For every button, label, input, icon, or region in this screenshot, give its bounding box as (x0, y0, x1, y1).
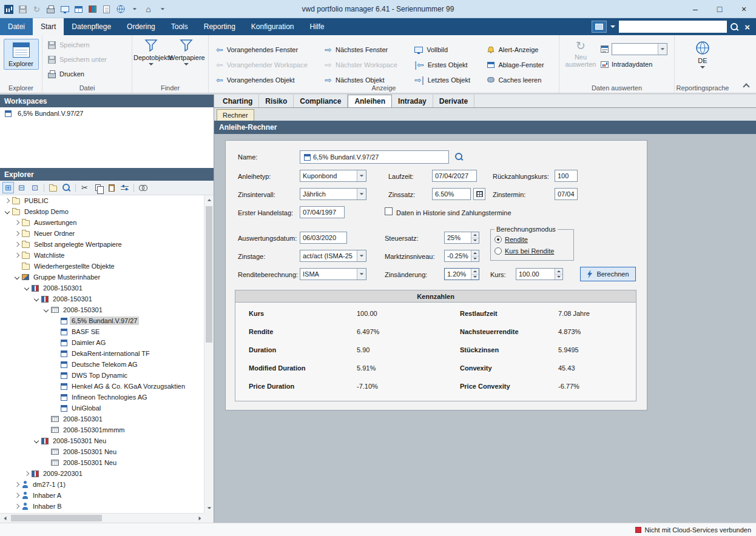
tab-ordering[interactable]: Ordering (119, 18, 163, 35)
depotobjekte-button[interactable]: Depotobjekte (133, 38, 169, 65)
chevron-down-icon[interactable] (4, 210, 11, 213)
anleihetyp-select[interactable]: Kuponbond (300, 170, 366, 182)
minimize-button[interactable]: – (683, 0, 707, 18)
tree-item[interactable]: Watchliste (0, 250, 204, 261)
tree-item[interactable]: 2008-150301 (0, 414, 204, 424)
tree-item[interactable]: Gruppe Musterinhaber (0, 272, 204, 283)
spin-up-icon[interactable] (471, 250, 479, 256)
tree-item[interactable]: 2008-150301 Neu (0, 457, 204, 468)
spin-down-icon[interactable] (555, 274, 562, 280)
tree-item[interactable]: PUBLIC (0, 195, 204, 206)
screen-search-icon[interactable] (592, 21, 607, 33)
search-input[interactable] (619, 21, 727, 33)
close-icon[interactable]: × (742, 22, 752, 32)
close-button[interactable]: × (732, 0, 756, 18)
workspace-item[interactable]: 6,5% Bundanl.V.97/27 (0, 107, 214, 119)
erster-handelstag-input[interactable]: 07/04/1997 (300, 206, 345, 218)
flat-view-icon[interactable]: ⊟ (16, 182, 27, 193)
steuersatz-stepper[interactable]: 25% (444, 232, 479, 244)
cut-icon[interactable]: ✂ (79, 182, 90, 193)
tab-tools[interactable]: Tools (163, 18, 196, 35)
tree-item[interactable]: dm27-1 (1) (0, 479, 204, 490)
tree-item[interactable]: 2008-150301 (0, 304, 204, 315)
chevron-right-icon[interactable] (13, 221, 21, 224)
spin-down-icon[interactable] (471, 238, 479, 244)
spin-up-icon[interactable] (471, 269, 479, 274)
paste-icon[interactable] (106, 182, 117, 193)
tree-item[interactable]: Inhaber B (0, 501, 204, 512)
intradaydaten-button[interactable]: Intradaydaten (601, 61, 667, 68)
tree-item[interactable]: Auswertungen (0, 217, 204, 228)
spin-up-icon[interactable] (555, 269, 562, 274)
renditeberechnung-select[interactable]: ISMA (300, 268, 366, 280)
tree-item[interactable]: DWS Top Dynamic (0, 370, 204, 381)
spin-down-icon[interactable] (471, 256, 479, 262)
tab-risiko[interactable]: Risiko (259, 95, 294, 107)
rueckzahlungskurs-input[interactable]: 100 (555, 170, 578, 182)
tree-horizontal-scrollbar[interactable] (0, 513, 204, 523)
tree-vertical-scrollbar[interactable] (204, 195, 214, 513)
vollbild-button[interactable]: Vollbild (414, 42, 478, 57)
tab-start[interactable]: Start (33, 18, 64, 35)
scrollbar-thumb[interactable] (206, 206, 212, 343)
zinsaenderung-stepper[interactable]: 1.20% (444, 268, 479, 280)
spin-up-icon[interactable] (471, 232, 479, 238)
tree-item[interactable]: 2008-150301mmmm (0, 424, 204, 435)
chevron-down-icon[interactable] (33, 439, 40, 443)
tab-intraday[interactable]: Intraday (392, 95, 433, 107)
tab-derivate[interactable]: Derivate (433, 95, 474, 107)
tree-item[interactable]: Desktop Demo (0, 206, 204, 217)
scroll-right-icon[interactable] (195, 514, 204, 523)
tab-datenpflege[interactable]: Datenpflege (64, 18, 119, 35)
maximize-button[interactable]: □ (707, 0, 732, 18)
tree-item[interactable]: BASF SE (0, 326, 204, 337)
historie-checkbox[interactable] (385, 207, 393, 215)
chevron-right-icon[interactable] (13, 232, 21, 235)
zinstermin-input[interactable]: 07/04 (555, 188, 578, 200)
name-input[interactable]: 6,5% Bundanl.V.97/27 (300, 150, 449, 164)
chevron-down-icon[interactable] (42, 308, 50, 312)
tree-item[interactable]: Selbst angelegte Wertpapiere (0, 239, 204, 250)
vorangehendes-fenster-button[interactable]: ⇦ Vorangehendes Fenster (216, 42, 315, 57)
explorer-button[interactable]: Explorer (4, 39, 39, 70)
tree-item[interactable]: Deutsche Telekom AG (0, 359, 204, 370)
tree-item[interactable]: Inhaber A (0, 490, 204, 501)
tab-reporting[interactable]: Reporting (196, 18, 243, 35)
chevron-down-icon[interactable] (23, 286, 30, 290)
tree-item[interactable]: Wiederhergestellte Objekte (0, 261, 204, 272)
scrollbar-thumb[interactable] (11, 515, 102, 521)
chevron-right-icon[interactable] (13, 483, 21, 486)
search-security-icon[interactable] (455, 153, 463, 161)
chevron-down-icon[interactable] (13, 275, 21, 279)
tree-item[interactable]: Daimler AG (0, 337, 204, 348)
tree-item[interactable]: 2008-150301 (0, 293, 204, 304)
scroll-left-icon[interactable] (0, 514, 10, 523)
chevron-right-icon[interactable] (13, 253, 21, 257)
tree-view-icon[interactable]: ⊞ (2, 182, 14, 193)
tab-konfiguration[interactable]: Konfiguration (243, 18, 302, 35)
drucken-button[interactable]: Drucken (44, 67, 130, 81)
chevron-right-icon[interactable] (4, 199, 11, 203)
chevron-down-icon[interactable] (610, 25, 615, 28)
tab-charting[interactable]: Charting (217, 95, 259, 107)
marktzinsniveau-stepper[interactable]: -0.25% (444, 250, 479, 262)
tree-item[interactable]: 2009-220301 (0, 468, 204, 479)
search-icon[interactable] (61, 182, 72, 193)
erstes-objekt-button[interactable]: |⇦ Erstes Objekt (414, 57, 478, 72)
tree-item[interactable]: 2008-150301 (0, 283, 204, 293)
tree-item[interactable]: UniGlobal (0, 403, 204, 414)
chevron-right-icon[interactable] (13, 504, 21, 508)
ablage-fenster-button[interactable]: Ablage-Fenster (487, 57, 552, 72)
zinssatz-table-button[interactable] (473, 188, 485, 200)
laufzeit-input[interactable]: 07/04/2027 (432, 170, 477, 182)
tab-compliance[interactable]: Compli­ance (294, 95, 348, 107)
rendite-radio-row[interactable]: Rendite (494, 233, 570, 245)
tree-item[interactable]: Neuer Ordner (0, 228, 204, 239)
tree-item[interactable]: 2008-150301 Neu (0, 435, 204, 446)
binoculars-icon[interactable] (137, 182, 149, 193)
detail-view-icon[interactable]: ⊡ (29, 182, 41, 193)
tree-item[interactable]: Infineon Technologies AG (0, 392, 204, 403)
copy-icon[interactable] (92, 182, 104, 193)
datum-combobox[interactable] (612, 43, 667, 55)
radio-on-icon[interactable] (494, 236, 502, 243)
